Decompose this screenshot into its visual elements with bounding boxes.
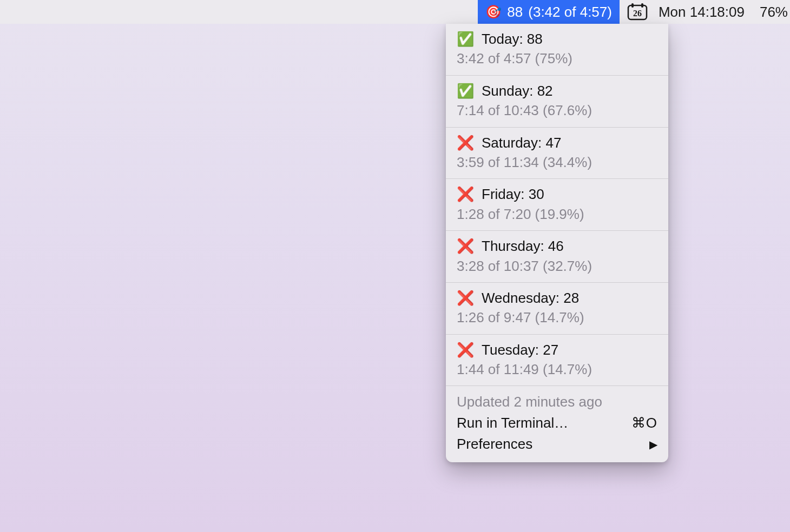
day-row-sub: 3:59 of 11:34 (34.4%) [457, 152, 657, 172]
day-row[interactable]: ❌Thursday: 463:28 of 10:37 (32.7%) [446, 231, 668, 283]
battery-percent: 76% [760, 4, 788, 21]
day-row[interactable]: ❌Wednesday: 281:26 of 9:47 (14.7%) [446, 283, 668, 335]
menubar-app-item[interactable]: 🎯 88 (3:42 of 4:57) [478, 0, 620, 24]
check-icon: ✅ [457, 29, 474, 49]
day-row-label: Sunday: 82 [482, 81, 553, 101]
dropdown-menu: ✅Today: 883:42 of 4:57 (75%)✅Sunday: 827… [446, 24, 668, 462]
day-row[interactable]: ✅Today: 883:42 of 4:57 (75%) [446, 24, 668, 76]
day-row-title: ❌Saturday: 47 [457, 133, 657, 152]
menubar: 🎯 88 (3:42 of 4:57) 26 Mon 14:18:09 76% [0, 0, 790, 24]
run-in-terminal-shortcut: ⌘O [631, 413, 657, 434]
day-row-sub: 1:28 of 7:20 (19.9%) [457, 204, 657, 224]
cross-icon: ❌ [457, 184, 474, 204]
svg-rect-1 [631, 3, 634, 8]
day-row-sub: 3:42 of 4:57 (75%) [457, 49, 657, 68]
cross-icon: ❌ [457, 236, 474, 256]
day-row-label: Thursday: 46 [482, 236, 564, 256]
day-row-title: ✅Today: 88 [457, 29, 657, 49]
cross-icon: ❌ [457, 340, 474, 360]
menubar-timing: (3:42 of 4:57) [528, 4, 612, 21]
chevron-right-icon: ▶ [649, 436, 657, 453]
cross-icon: ❌ [457, 288, 474, 308]
svg-text:26: 26 [633, 9, 642, 18]
day-row[interactable]: ❌Tuesday: 271:44 of 11:49 (14.7%) [446, 335, 668, 387]
target-icon: 🎯 [485, 4, 502, 19]
day-row-title: ❌Wednesday: 28 [457, 288, 657, 308]
svg-rect-2 [641, 3, 643, 8]
day-row-sub: 7:14 of 10:43 (67.6%) [457, 101, 657, 120]
day-row-title: ❌Thursday: 46 [457, 236, 657, 256]
updated-text: Updated 2 minutes ago [457, 391, 657, 413]
run-in-terminal-item[interactable]: Run in Terminal… ⌘O [457, 413, 657, 434]
menubar-clock-item[interactable]: 26 Mon 14:18:09 [620, 0, 752, 24]
menubar-clock-text: Mon 14:18:09 [659, 4, 745, 21]
menubar-score: 88 [507, 4, 523, 21]
day-row-label: Tuesday: 27 [482, 340, 558, 360]
preferences-label: Preferences [457, 434, 532, 455]
day-row-label: Saturday: 47 [482, 133, 561, 152]
day-row-label: Wednesday: 28 [482, 288, 579, 308]
cross-icon: ❌ [457, 133, 474, 152]
day-row-sub: 1:26 of 9:47 (14.7%) [457, 308, 657, 327]
check-icon: ✅ [457, 81, 474, 101]
day-row[interactable]: ❌Saturday: 473:59 of 11:34 (34.4%) [446, 128, 668, 179]
day-row-title: ✅Sunday: 82 [457, 81, 657, 101]
preferences-item[interactable]: Preferences ▶ [457, 434, 657, 455]
dropdown-footer: Updated 2 minutes ago Run in Terminal… ⌘… [446, 386, 668, 462]
day-row-sub: 3:28 of 10:37 (32.7%) [457, 256, 657, 276]
day-row-label: Today: 88 [482, 29, 543, 49]
run-in-terminal-label: Run in Terminal… [457, 413, 568, 434]
menubar-battery-item[interactable]: 76% [752, 0, 790, 24]
day-row[interactable]: ❌Friday: 301:28 of 7:20 (19.9%) [446, 179, 668, 231]
day-row-title: ❌Tuesday: 27 [457, 340, 657, 360]
calendar-icon: 26 [627, 3, 648, 21]
day-row-title: ❌Friday: 30 [457, 184, 657, 204]
day-row[interactable]: ✅Sunday: 827:14 of 10:43 (67.6%) [446, 76, 668, 128]
day-row-sub: 1:44 of 11:49 (14.7%) [457, 360, 657, 379]
day-row-label: Friday: 30 [482, 184, 544, 204]
